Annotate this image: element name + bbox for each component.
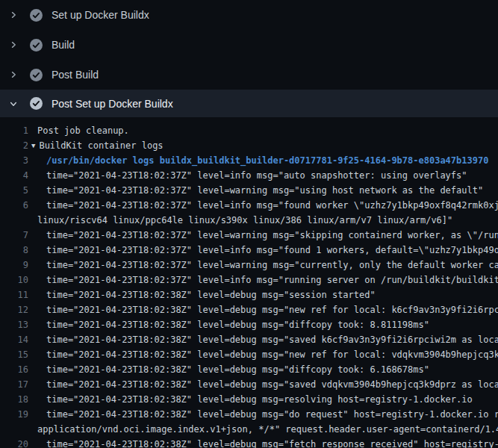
check-circle-icon [30, 97, 43, 110]
log-line: 4 time="2021-04-23T18:02:37Z" level=info… [0, 168, 498, 183]
line-number[interactable]: 9 [0, 258, 28, 273]
check-circle-icon [30, 9, 43, 22]
log-line: 8 time="2021-04-23T18:02:37Z" level=info… [0, 243, 498, 258]
log-line-text: time="2021-04-23T18:02:38Z" level=debug … [46, 287, 376, 302]
log-line-text: time="2021-04-23T18:02:37Z" level=warnin… [46, 228, 498, 243]
log-line-text: time="2021-04-23T18:02:37Z" level=info m… [46, 243, 498, 258]
log-line: 16 time="2021-04-23T18:02:38Z" level=deb… [0, 362, 498, 377]
log-line: 7 time="2021-04-23T18:02:37Z" level=warn… [0, 228, 498, 243]
log-line: 2 ▼ BuildKit container logs [0, 138, 498, 153]
line-number[interactable]: 19 [0, 407, 28, 422]
check-circle-icon [30, 69, 43, 81]
log-line: linux/riscv64 linux/ppc64le linux/s390x … [0, 213, 498, 228]
line-number[interactable]: 12 [0, 302, 28, 317]
log-line: 18 time="2021-04-23T18:02:38Z" level=deb… [0, 392, 498, 407]
line-number[interactable]: 2 [0, 138, 28, 153]
chevron-down-icon[interactable] [8, 99, 19, 109]
log-line-text: time="2021-04-23T18:02:38Z" level=debug … [46, 302, 498, 317]
step-label: Build [52, 39, 75, 51]
log-line: 3 /usr/bin/docker logs buildx_buildkit_b… [0, 153, 498, 168]
log-line: 14 time="2021-04-23T18:02:38Z" level=deb… [0, 332, 498, 347]
log-line: 17 time="2021-04-23T18:02:38Z" level=deb… [0, 377, 498, 392]
step-label: Post Set up Docker Buildx [52, 98, 173, 110]
line-number[interactable]: 17 [0, 377, 28, 392]
log-line-text: BuildKit container logs [39, 138, 163, 153]
line-number[interactable]: 4 [0, 168, 28, 183]
log-line-text: time="2021-04-23T18:02:37Z" level=info m… [46, 273, 498, 287]
log-panel: 1 Post job cleanup. 2 ▼ BuildKit contain… [0, 117, 498, 448]
line-number[interactable]: 20 [0, 437, 28, 448]
log-line-text: application/vnd.oci.image.index.v1+json,… [37, 422, 498, 437]
step-row[interactable]: Post Set up Docker Buildx [0, 90, 498, 117]
log-line: 15 time="2021-04-23T18:02:38Z" level=deb… [0, 347, 498, 362]
step-row[interactable]: Post Build [0, 60, 498, 90]
chevron-right-icon[interactable] [8, 40, 19, 50]
triangle-down-icon[interactable]: ▼ [31, 138, 35, 153]
line-number[interactable]: 5 [0, 183, 28, 198]
log-line: 10 time="2021-04-23T18:02:37Z" level=inf… [0, 273, 498, 287]
line-number[interactable]: 16 [0, 362, 28, 377]
log-line: 5 time="2021-04-23T18:02:37Z" level=warn… [0, 183, 498, 198]
log-line-text: time="2021-04-23T18:02:37Z" level=warnin… [46, 258, 498, 273]
log-line-text: time="2021-04-23T18:02:37Z" level=info m… [46, 168, 467, 183]
check-circle-icon [30, 39, 43, 52]
log-line: 9 time="2021-04-23T18:02:37Z" level=warn… [0, 258, 498, 273]
step-label: Post Build [52, 69, 99, 81]
line-number[interactable]: 7 [0, 228, 28, 243]
log-line: 20 time="2021-04-23T18:02:38Z" level=deb… [0, 437, 498, 448]
step-row[interactable]: Build [0, 30, 498, 60]
steps-list: Set up Docker Buildx Build Post Build Po… [0, 0, 498, 117]
log-line: 12 time="2021-04-23T18:02:38Z" level=deb… [0, 302, 498, 317]
log-line-text: time="2021-04-23T18:02:37Z" level=warnin… [46, 183, 483, 198]
line-number[interactable]: 8 [0, 243, 28, 258]
actions-log-viewer: Set up Docker Buildx Build Post Build Po… [0, 0, 498, 448]
line-number[interactable]: 18 [0, 392, 28, 407]
step-row[interactable]: Set up Docker Buildx [0, 0, 498, 30]
log-line: 1 Post job cleanup. [0, 123, 498, 138]
log-line-text: time="2021-04-23T18:02:38Z" level=debug … [46, 347, 498, 362]
log-line-text: linux/riscv64 linux/ppc64le linux/s390x … [37, 213, 452, 228]
log-line: application/vnd.oci.image.index.v1+json,… [0, 422, 498, 437]
log-line-text: time="2021-04-23T18:02:38Z" level=debug … [46, 362, 429, 377]
log-line-text: time="2021-04-23T18:02:38Z" level=debug … [46, 332, 498, 347]
log-line-text: time="2021-04-23T18:02:38Z" level=debug … [46, 407, 498, 422]
line-number[interactable]: 6 [0, 198, 28, 213]
line-number[interactable]: 11 [0, 287, 28, 302]
log-line-text: time="2021-04-23T18:02:38Z" level=debug … [46, 392, 473, 407]
chevron-right-icon[interactable] [8, 10, 19, 20]
log-line: 13 time="2021-04-23T18:02:38Z" level=deb… [0, 317, 498, 332]
log-line-text: time="2021-04-23T18:02:38Z" level=debug … [46, 317, 429, 332]
line-number[interactable]: 1 [0, 123, 28, 138]
line-number[interactable]: 14 [0, 332, 28, 347]
log-line-text: /usr/bin/docker logs buildx_buildkit_bui… [46, 153, 488, 168]
log-line-text: time="2021-04-23T18:02:38Z" level=debug … [46, 437, 498, 448]
log-line: 6 time="2021-04-23T18:02:37Z" level=info… [0, 198, 498, 213]
line-number[interactable]: 3 [0, 153, 28, 168]
step-label: Set up Docker Buildx [52, 9, 149, 21]
log-line-text: time="2021-04-23T18:02:38Z" level=debug … [46, 377, 498, 392]
chevron-right-icon[interactable] [8, 69, 19, 80]
line-number[interactable]: 10 [0, 273, 28, 287]
line-number[interactable]: 13 [0, 317, 28, 332]
log-line: 11 time="2021-04-23T18:02:38Z" level=deb… [0, 287, 498, 302]
log-line-text: Post job cleanup. [37, 123, 129, 138]
line-number[interactable]: 15 [0, 347, 28, 362]
log-line: 19 time="2021-04-23T18:02:38Z" level=deb… [0, 407, 498, 422]
log-line-text: time="2021-04-23T18:02:37Z" level=info m… [46, 198, 498, 213]
